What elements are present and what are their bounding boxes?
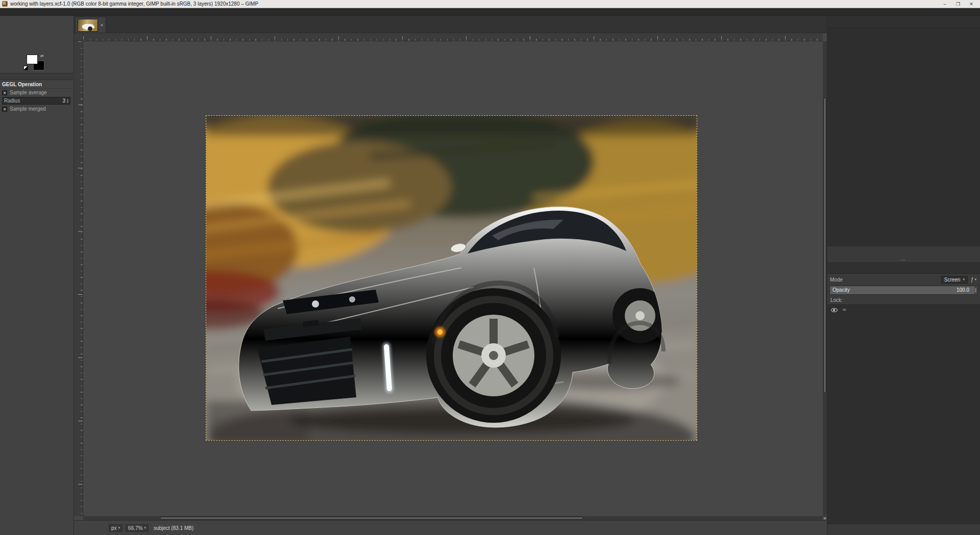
unit-value: px — [111, 525, 117, 531]
document-history-buttons — [827, 246, 980, 257]
window-title: working with layers.xcf-1.0 (RGB color 8… — [10, 1, 258, 7]
caret-down-icon: ▾ — [118, 526, 120, 530]
zoom-value: 66.7% — [128, 525, 142, 531]
color-area: ⇄ — [27, 55, 47, 72]
right-dock: ⋯ Mode Screen ▾ ƒ ▾ Opacity 100.0 ▴ ▾ L — [827, 16, 980, 535]
eye-icon[interactable] — [830, 307, 838, 313]
vertical-scrollbar-thumb[interactable] — [823, 97, 826, 393]
opacity-label: Opacity — [832, 287, 850, 293]
document-history-list — [827, 28, 980, 246]
horizontal-scrollbar[interactable] — [83, 516, 823, 520]
status-info: subject (83.1 MB) — [154, 525, 193, 531]
default-colors-icon[interactable] — [23, 66, 28, 70]
fx-icon: ƒ — [971, 277, 974, 283]
title-bar: working with layers.xcf-1.0 (RGB color 8… — [0, 0, 980, 8]
mode-value: Screen — [944, 277, 961, 283]
minimize-button[interactable]: – — [938, 1, 951, 8]
sample-merged-label: Sample merged — [10, 106, 46, 112]
radius-spinbox[interactable]: Radius 3 ▴ ▾ — [2, 97, 70, 105]
layers-buttons — [827, 524, 980, 535]
layers-tab-bar — [827, 263, 980, 274]
sample-merged-row[interactable]: ✕ Sample merged — [0, 105, 74, 113]
tool-options-header — [0, 73, 74, 80]
layers-list: ∞ — [827, 304, 980, 524]
canvas-viewport[interactable] — [83, 41, 823, 516]
dock-resize-grip[interactable]: ⋯ — [827, 257, 980, 263]
sample-average-label: Sample average — [10, 90, 47, 95]
image-tab-bar: ✕ — [74, 16, 827, 33]
image-tab[interactable]: ✕ — [75, 17, 106, 33]
navigation-button[interactable]: ⊞ — [823, 516, 827, 520]
horizontal-ruler[interactable] — [83, 33, 823, 41]
layers-list-header: ∞ — [827, 306, 980, 313]
caret-down-icon: ▾ — [144, 526, 146, 530]
opacity-slider[interactable]: Opacity 100.0 ▴ ▾ — [829, 286, 978, 295]
gimp-logo-icon — [2, 1, 8, 7]
sample-average-checkbox[interactable]: ✕ — [2, 90, 7, 95]
zoom-dropdown[interactable]: 66.7% ▾ — [126, 524, 149, 532]
blend-space-toggle[interactable]: ƒ ▾ — [970, 277, 977, 283]
tab-close-icon[interactable]: ✕ — [100, 23, 104, 28]
foreground-color-swatch[interactable] — [27, 55, 38, 64]
opacity-slider-fill — [830, 286, 974, 294]
spin-down-icon[interactable]: ▾ — [67, 101, 68, 104]
toolbox-dock: ⇄ GEGL Operation ✕ Sample average Radius… — [0, 16, 74, 535]
gimp-window: working with layers.xcf-1.0 (RGB color 8… — [0, 0, 980, 535]
spin-down-icon[interactable]: ▾ — [975, 290, 976, 293]
radius-label: Radius — [4, 98, 62, 104]
lock-label: Lock: — [830, 297, 843, 303]
menu-bar — [0, 8, 980, 16]
vertical-scrollbar[interactable] — [823, 41, 827, 516]
layer-mode-row: Mode Screen ▾ ƒ ▾ — [827, 274, 980, 285]
maximize-button[interactable]: ❐ — [951, 1, 965, 8]
tool-options-panel: GEGL Operation ✕ Sample average Radius 3… — [0, 73, 74, 113]
mode-label: Mode — [830, 277, 843, 283]
sample-average-row[interactable]: ✕ Sample average — [0, 89, 74, 96]
dockable-tab-bar — [827, 16, 980, 28]
status-bar: px ▾ 66.7% ▾ subject (83.1 MB) — [74, 520, 827, 535]
sample-merged-checkbox[interactable]: ✕ — [2, 107, 7, 112]
canvas-region: ✕ — [74, 16, 827, 535]
tool-options-title: GEGL Operation — [0, 80, 74, 89]
caret-down-icon: ▾ — [974, 277, 976, 282]
opacity-spinner[interactable]: ▴ ▾ — [975, 288, 976, 293]
ruler-corner[interactable] — [74, 33, 83, 41]
horizontal-scrollbar-thumb[interactable] — [160, 517, 583, 520]
tool-preset-buttons — [0, 524, 74, 534]
close-button[interactable]: ✕ — [965, 1, 978, 8]
link-icon[interactable]: ∞ — [843, 307, 846, 312]
lock-row: Lock: — [827, 295, 980, 304]
caret-down-icon: ▾ — [963, 277, 965, 282]
vertical-ruler[interactable] — [74, 41, 83, 516]
radius-spinner[interactable]: ▴ ▾ — [67, 98, 68, 104]
mode-dropdown[interactable]: Screen ▾ — [941, 276, 968, 284]
car-artwork — [206, 116, 697, 440]
swap-colors-icon[interactable]: ⇄ — [40, 54, 44, 58]
canvas-image[interactable] — [206, 116, 697, 440]
opacity-value: 100.0 — [957, 287, 969, 293]
image-tab-thumbnail — [78, 19, 98, 32]
radius-value: 3 — [62, 98, 65, 104]
unit-dropdown[interactable]: px ▾ — [109, 524, 122, 532]
